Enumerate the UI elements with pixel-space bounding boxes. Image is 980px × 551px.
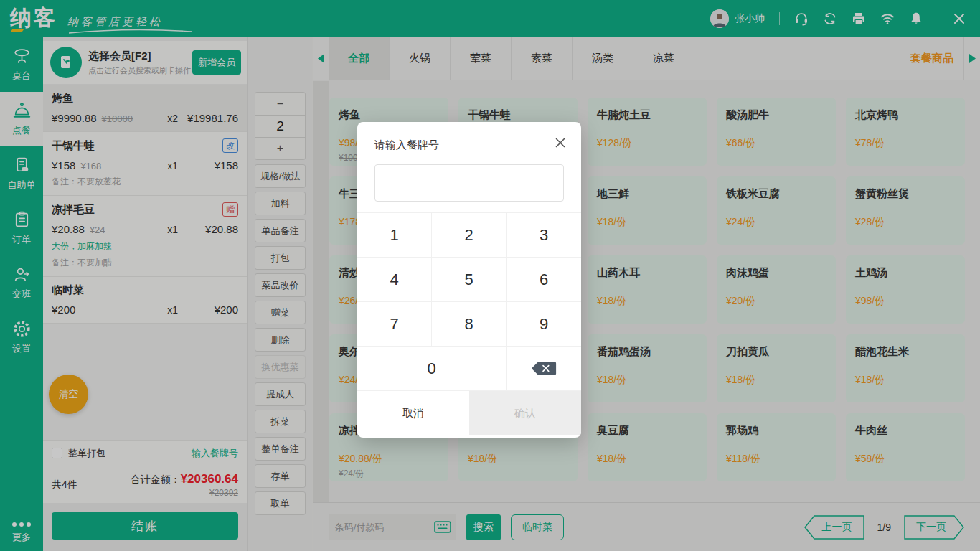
keypad-key-1[interactable]: 1 [357,213,432,258]
keypad-key-5[interactable]: 5 [432,258,507,302]
keypad-key-9[interactable]: 9 [507,302,581,347]
numeric-keypad: 1 2 3 4 5 6 7 8 9 0 [357,212,581,391]
keypad-backspace-button[interactable] [507,347,581,391]
confirm-button-disabled[interactable]: 确认 [469,391,581,435]
cancel-button[interactable]: 取消 [357,391,469,435]
backspace-icon [530,359,557,377]
keypad-key-8[interactable]: 8 [432,302,507,347]
dialog-footer: 取消 确认 [357,391,581,435]
dialog-close-icon[interactable] [554,136,567,149]
keypad-key-7[interactable]: 7 [357,302,432,347]
keypad-key-0[interactable]: 0 [357,347,507,391]
table-number-dialog: 请输入餐牌号 1 2 3 4 5 6 7 8 9 0 取消 确认 [357,122,581,438]
dialog-title: 请输入餐牌号 [357,122,581,152]
keypad-key-6[interactable]: 6 [507,258,581,302]
pos-app: 纳客 纳客管店更轻松 张小帅 桌台 [0,0,980,551]
keypad-key-2[interactable]: 2 [432,213,507,258]
table-number-input[interactable] [374,164,564,202]
keypad-key-3[interactable]: 3 [507,213,581,258]
keypad-key-4[interactable]: 4 [357,258,432,302]
